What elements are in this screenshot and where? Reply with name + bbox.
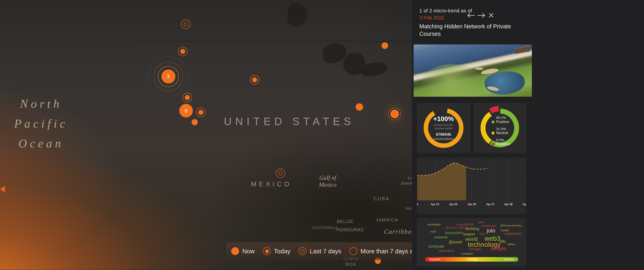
map-label-belize: BELIZE <box>337 219 354 224</box>
map-label-guatemala: GUATEMALA <box>312 225 338 230</box>
next-trend-button[interactable] <box>477 12 486 19</box>
wordcloud-word: rise <box>479 232 485 236</box>
legend-now-icon <box>231 247 239 255</box>
map-label-line: HONDURAS <box>336 227 364 232</box>
sentiment-label-text: Negative <box>496 142 511 146</box>
timeline-chart-card: Apr 24Apr 25Apr 26Apr 27Apr 28Apr 23Apr … <box>417 158 526 214</box>
hudson-bay-water <box>286 2 308 27</box>
growth-caption-line1: Compared to the <box>434 123 453 126</box>
wordcloud-word: follow <box>508 243 515 246</box>
map-label-line: RICA <box>342 262 359 267</box>
pagination-text: 1 of 2 micro-trend as of <box>419 8 472 14</box>
map-label-line: MEXICO <box>251 181 292 188</box>
conversation-count: 6766045 <box>436 132 451 137</box>
wordcloud-word: generated <box>439 249 454 253</box>
wordcloud-word: complete <box>461 252 473 255</box>
wordcloud-word: building <box>466 227 479 230</box>
growth-donut-center: +100% Compared to the previous period 67… <box>417 103 470 153</box>
sentiment-donut-card: 59.2%Positive31.9%Neutral9.0%Negative <box>474 103 526 153</box>
growth-caption-line2: previous period <box>435 126 452 129</box>
wordcloud-card: innovationunavailableshit@ionet_official… <box>417 218 526 267</box>
scale-positive-label: Positive <box>504 258 514 261</box>
sentiment-legend: 59.2%Positive31.9%Neutral9.0%Negative <box>492 116 511 149</box>
legend-inner-ring <box>300 249 304 253</box>
legend-inner-dot <box>265 249 268 253</box>
sentiment-label: Positive <box>492 120 511 124</box>
wordcloud-word: people <box>491 246 506 251</box>
marker-dot: 3 <box>162 70 176 83</box>
map-label-gulf-of-mexico: Gulf ofMexico <box>313 174 342 188</box>
sentiment-dot-icon <box>492 131 494 134</box>
map-label-cuba: CUBA <box>373 196 390 202</box>
legend-item-more7[interactable]: More than 7 days ago <box>350 247 420 255</box>
marker-dot <box>382 42 388 49</box>
sentiment-pct: 31.9% <box>496 127 511 131</box>
legend-item-today[interactable]: Today <box>263 247 290 255</box>
prev-trend-button[interactable] <box>466 12 476 19</box>
svg-text:Apr 26: Apr 26 <box>468 203 476 206</box>
marker-dot <box>356 103 363 111</box>
marker-dot <box>185 95 190 100</box>
map-label-line: North <box>11 94 72 114</box>
wordcloud-word: continues <box>481 224 496 228</box>
wordcloud-word: @ParamLaboratory <box>500 224 522 227</box>
arrow-right-icon <box>477 12 486 19</box>
wordcloud-word: crypto <box>430 231 436 233</box>
marker-dot <box>192 119 198 125</box>
legend-item-last7[interactable]: Last 7 days <box>298 247 341 255</box>
arrow-left-icon <box>466 12 476 19</box>
marker-ring <box>184 22 188 26</box>
map-label-line: BELIZE <box>337 219 354 224</box>
wordcloud-word: largest <box>463 232 475 236</box>
sentiment-pct: 59.2% <box>496 116 511 120</box>
svg-text:Apr 27: Apr 27 <box>486 203 494 206</box>
marker-dot: 6 <box>179 104 193 117</box>
wordcloud-word: join <box>487 228 495 233</box>
sentiment-label: Negative <box>492 142 511 146</box>
svg-text:Apr 28: Apr 28 <box>504 203 512 206</box>
wordcloud-word: network <box>434 235 448 239</box>
map-label-north-pacific-ocean: NorthPacificOcean <box>11 94 72 153</box>
sentiment-legend-row-positive: 59.2%Positive <box>492 116 511 124</box>
map-label-line: Ocean <box>11 133 72 153</box>
growth-donut-card: +100% Compared to the previous period 67… <box>417 103 470 153</box>
sentiment-label-text: Positive <box>496 120 509 124</box>
wordcloud-word: ecosystem <box>445 231 463 235</box>
map-label-line: UNITED STATES <box>224 115 354 128</box>
map-pan-left-icon[interactable] <box>0 186 5 192</box>
svg-text:Apr 23: Apr 23 <box>417 203 418 206</box>
wordcloud-word: innovation <box>428 223 440 226</box>
trend-photo <box>414 44 532 96</box>
sentiment-legend-row-neutral: 31.9%Neutral <box>492 127 511 135</box>
svg-text:Apr 24: Apr 24 <box>431 203 439 206</box>
map-label-line: GUATEMALA <box>312 225 338 230</box>
scale-negative-label: Negative <box>429 258 441 261</box>
marker-dot <box>180 49 185 54</box>
us-canada-border <box>137 41 412 42</box>
trend-date: 3 Feb 2022 <box>419 15 444 21</box>
map-label-united-states: UNITED STATES <box>224 115 354 128</box>
map-label-honduras: HONDURAS <box>336 227 364 232</box>
sentiment-scale-bar: Negative Neutral Positive <box>425 257 518 262</box>
photo-resort-building <box>514 46 530 54</box>
app-root: NorthPacificOceanUNITED STATESMEXICOGulf… <box>0 0 644 270</box>
timeline-area-chart: Apr 24Apr 25Apr 26Apr 27Apr 28Apr 23Apr … <box>417 158 526 214</box>
close-panel-button[interactable] <box>488 12 494 18</box>
conversation-count-label: conversations <box>434 137 454 141</box>
wordcloud-word: innovate <box>468 248 481 251</box>
map-label-line: CUBA <box>373 196 390 202</box>
sentiment-dot-icon <box>492 120 494 123</box>
legend-last7-icon <box>298 247 306 255</box>
legend-item-now[interactable]: Now <box>231 247 254 255</box>
wordcloud-word: compute <box>428 244 444 248</box>
svg-text:Apr 25: Apr 25 <box>449 203 458 206</box>
wordcloud-word: expensive <box>505 232 521 236</box>
map-label-line: Gulf of <box>313 174 342 181</box>
map-label-mexico: MEXICO <box>251 181 292 188</box>
trend-title: Matching Hidden Network of Private Cours… <box>419 23 523 37</box>
map-label-line: JAMAICA <box>376 217 398 222</box>
photo-sand-bunker <box>475 68 484 70</box>
sentiment-dot-icon <box>492 143 494 146</box>
wordcloud-word: #AI <box>500 239 506 243</box>
wordcloud-word: @ionet_official <box>446 226 468 229</box>
